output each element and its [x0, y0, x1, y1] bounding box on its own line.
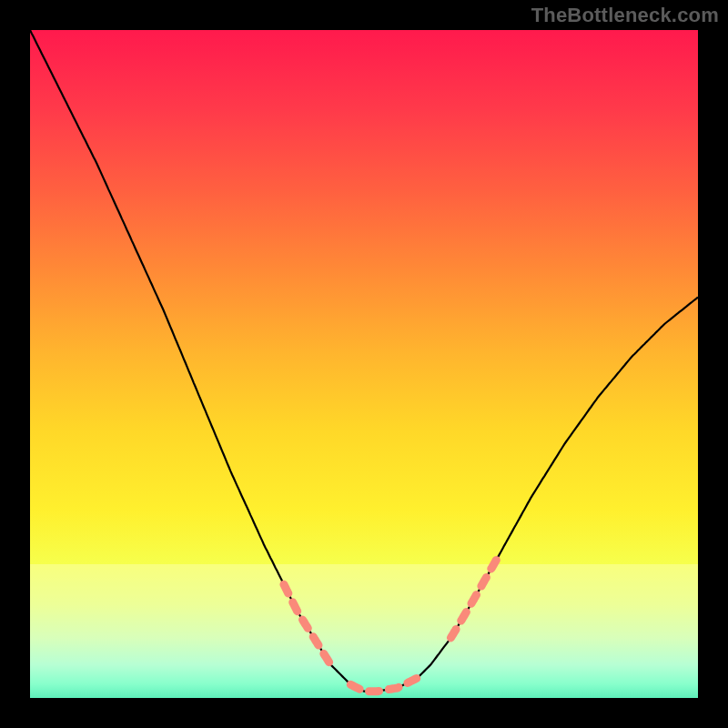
watermark-text: TheBottleneck.com: [531, 4, 719, 27]
main-curve: [30, 30, 698, 692]
left-segment: [284, 584, 330, 664]
right-segment: [450, 558, 497, 638]
chart-svg: [30, 30, 698, 698]
chart-frame: TheBottleneck.com: [0, 0, 728, 728]
plot-area: [30, 30, 698, 698]
